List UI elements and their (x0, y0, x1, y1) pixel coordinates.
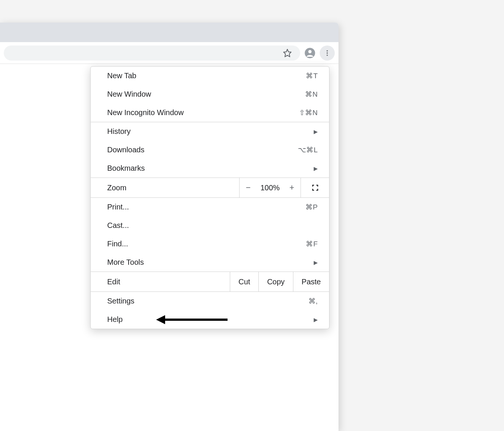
zoom-in-button[interactable]: + (283, 183, 301, 193)
menu-new-tab[interactable]: New Tab ⌘T (91, 67, 329, 85)
chrome-menu-dropdown: New Tab ⌘T New Window ⌘N New Incognito W… (90, 66, 329, 329)
menu-new-window[interactable]: New Window ⌘N (91, 85, 329, 103)
menu-label: More Tools (107, 258, 144, 267)
menu-shortcut: ⌘N (305, 90, 318, 99)
menu-label: Downloads (107, 146, 144, 154)
svg-point-5 (326, 55, 328, 56)
menu-find[interactable]: Find... ⌘F (91, 235, 329, 253)
menu-label: History (107, 127, 131, 136)
menu-shortcut: ⌘P (305, 203, 318, 211)
chevron-right-icon: ▶ (314, 129, 318, 135)
more-menu-icon[interactable] (320, 46, 335, 61)
fullscreen-button[interactable] (301, 178, 329, 197)
menu-shortcut: ⌥⌘L (298, 146, 318, 154)
menu-settings[interactable]: Settings ⌘, (91, 292, 329, 310)
bookmark-star-icon[interactable] (280, 46, 295, 61)
copy-button[interactable]: Copy (258, 272, 293, 291)
chevron-right-icon: ▶ (314, 260, 318, 266)
menu-shortcut: ⇧⌘N (299, 108, 318, 117)
svg-marker-0 (284, 49, 291, 57)
menu-label: Cast... (107, 221, 129, 230)
menu-edit-row: Edit Cut Copy Paste (91, 272, 329, 292)
menu-print[interactable]: Print... ⌘P (91, 198, 329, 216)
menu-label: New Incognito Window (107, 108, 184, 117)
menu-bookmarks[interactable]: Bookmarks ▶ (91, 159, 329, 178)
menu-zoom-row: Zoom − 100% + (91, 178, 329, 198)
zoom-out-button[interactable]: − (240, 183, 257, 193)
menu-shortcut: ⌘F (306, 240, 318, 248)
menu-more-tools[interactable]: More Tools ▶ (91, 253, 329, 272)
menu-shortcut: ⌘T (306, 71, 318, 80)
address-bar[interactable] (4, 46, 300, 61)
menu-cast[interactable]: Cast... (91, 216, 329, 235)
paste-button[interactable]: Paste (293, 272, 329, 291)
menu-new-incognito[interactable]: New Incognito Window ⇧⌘N (91, 103, 329, 122)
chevron-right-icon: ▶ (314, 317, 318, 323)
svg-point-3 (326, 50, 328, 51)
svg-point-4 (326, 52, 328, 53)
zoom-controls: − 100% + (239, 178, 301, 197)
menu-label: Settings (107, 297, 134, 305)
menu-label: New Window (107, 90, 151, 99)
tab-bar (0, 23, 339, 42)
menu-help[interactable]: Help ▶ (91, 310, 329, 329)
menu-label: Find... (107, 240, 128, 248)
menu-label: Print... (107, 203, 129, 211)
menu-history[interactable]: History ▶ (91, 122, 329, 141)
profile-icon[interactable] (302, 46, 317, 61)
zoom-label: Zoom (91, 178, 239, 197)
chevron-right-icon: ▶ (314, 165, 318, 171)
menu-downloads[interactable]: Downloads ⌥⌘L (91, 141, 329, 159)
menu-label: Bookmarks (107, 164, 145, 173)
svg-point-2 (308, 50, 312, 53)
menu-label: New Tab (107, 71, 136, 80)
toolbar (0, 42, 339, 64)
zoom-level: 100% (257, 184, 283, 192)
menu-shortcut: ⌘, (308, 297, 318, 305)
menu-label: Help (107, 315, 123, 324)
edit-label: Edit (91, 272, 230, 291)
cut-button[interactable]: Cut (230, 272, 258, 291)
